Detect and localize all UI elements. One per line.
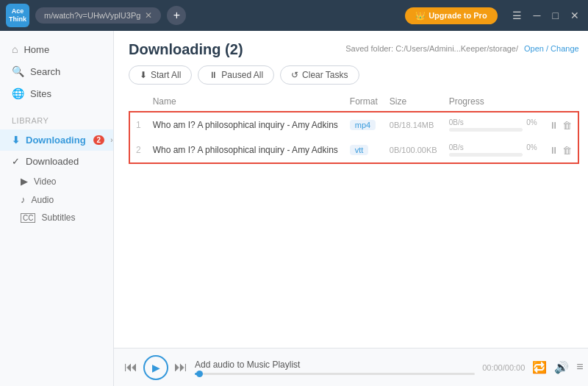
title-bar: AceThink m/watch?v=UHwVyplU3Pg ✕ + 👑 Upg… (0, 0, 588, 31)
progress-bar-bg (449, 128, 523, 132)
sidebar: ⌂ Home 🔍 Search 🌐 Sites Library ⬇ Downlo… (0, 31, 114, 386)
task-progress: 0B/s 0% (443, 112, 543, 137)
crown-icon: 👑 (415, 11, 426, 21)
sidebar-item-home[interactable]: ⌂ Home (0, 38, 113, 60)
progress-bar-bg (449, 153, 523, 157)
close-tab-icon[interactable]: ✕ (145, 10, 152, 21)
pause-task-icon[interactable]: ⏸ (549, 145, 559, 156)
col-progress: Progress (443, 92, 543, 112)
sidebar-item-subtitles[interactable]: CC Subtitles (0, 209, 113, 226)
prev-button[interactable]: ⏮ (124, 360, 137, 375)
repeat-icon[interactable]: 🔁 (532, 360, 547, 374)
row-number: 1 (129, 112, 147, 137)
download-icon: ⬇ (12, 135, 20, 146)
tasks-table-container: Name Format Size Progress 1 Who am I? A … (114, 92, 588, 348)
app-logo-text: AceThink (9, 7, 26, 24)
play-button[interactable]: ▶ (143, 355, 168, 380)
sidebar-item-downloading[interactable]: ⬇ Downloading 2 › (0, 129, 113, 151)
pause-icon: ⏸ (209, 70, 218, 80)
time-display: 00:00/00:00 (482, 363, 525, 372)
task-format: mp4 (344, 112, 384, 137)
minimize-icon[interactable]: ─ (531, 8, 544, 23)
task-name: Who am I? A philosophical inquiry - Amy … (147, 112, 344, 137)
media-controls: ⏮ ▶ ⏭ (124, 355, 187, 380)
row-number: 2 (129, 137, 147, 163)
track-name: Add audio to Music Playlist (195, 360, 475, 370)
playlist-icon[interactable]: ≡ (576, 360, 583, 374)
home-icon: ⌂ (12, 43, 18, 55)
search-icon: 🔍 (12, 65, 24, 77)
sidebar-nav: ⌂ Home 🔍 Search 🌐 Sites (0, 38, 113, 112)
app-body: ⌂ Home 🔍 Search 🌐 Sites Library ⬇ Downlo… (0, 31, 588, 386)
task-actions: ⏸ 🗑 (543, 112, 578, 137)
tab-url: m/watch?v=UHwVyplU3Pg (44, 11, 140, 20)
active-tab[interactable]: m/watch?v=UHwVyplU3Pg ✕ (35, 7, 161, 24)
audio-icon: ♪ (21, 194, 26, 205)
start-all-button[interactable]: ⬇ Start All (129, 65, 192, 85)
table-row: 2 Who am I? A philosophical inquiry - Am… (129, 137, 578, 163)
task-actions: ⏸ 🗑 (543, 137, 578, 163)
sidebar-item-video[interactable]: ▶ Video (0, 172, 113, 190)
media-extra-controls: 🔁 🔊 ≡ (532, 360, 583, 374)
clear-icon: ↺ (291, 70, 298, 80)
task-size: 0B/100.00KB (384, 137, 443, 163)
table-row: 1 Who am I? A philosophical inquiry - Am… (129, 112, 578, 137)
downloading-badge: 2 (93, 135, 105, 145)
task-percent: 0% (526, 143, 537, 151)
task-name: Who am I? A philosophical inquiry - Amy … (147, 137, 344, 163)
video-icon: ▶ (21, 176, 28, 187)
subtitles-icon: CC (21, 213, 35, 223)
library-section-label: Library (0, 112, 113, 129)
next-button[interactable]: ⏭ (174, 360, 187, 375)
start-all-icon: ⬇ (140, 70, 147, 80)
task-speed: 0B/s (449, 118, 464, 126)
col-name: Name (147, 92, 344, 112)
tasks-table: Name Format Size Progress 1 Who am I? A … (129, 92, 579, 164)
sidebar-item-search[interactable]: 🔍 Search (0, 60, 113, 82)
volume-icon[interactable]: 🔊 (554, 360, 569, 374)
col-size: Size (384, 92, 443, 112)
task-progress: 0B/s 0% (443, 137, 543, 163)
upgrade-button[interactable]: 👑 Upgrade to Pro (405, 7, 497, 24)
action-bar: ⬇ Start All ⏸ Paused All ↺ Clear Tasks (114, 58, 588, 92)
track-progress-bar[interactable] (195, 373, 475, 375)
sites-icon: 🌐 (12, 87, 24, 99)
task-size: 0B/18.14MB (384, 112, 443, 137)
open-change-link[interactable]: Open / Change (524, 44, 579, 53)
clear-tasks-button[interactable]: ↺ Clear Tasks (280, 65, 359, 85)
content-header: Downloading (2) Saved folder: C:/Users/A… (114, 31, 588, 58)
chevron-right-icon: › (110, 136, 112, 144)
app-logo: AceThink (6, 4, 29, 27)
delete-task-icon[interactable]: 🗑 (562, 120, 572, 131)
window-controls: ☰ ─ □ ✕ (509, 8, 582, 23)
bottom-bar: ⏮ ▶ ⏭ Add audio to Music Playlist 00:00/… (114, 348, 588, 386)
main-content: Downloading (2) Saved folder: C:/Users/A… (114, 31, 588, 386)
col-actions (543, 92, 578, 112)
track-info: Add audio to Music Playlist (195, 360, 475, 375)
track-position-dot (196, 371, 203, 377)
delete-task-icon[interactable]: 🗑 (562, 145, 572, 156)
sidebar-item-downloaded[interactable]: ✓ Downloaded (0, 151, 113, 172)
menu-icon[interactable]: ☰ (509, 8, 525, 23)
task-percent: 0% (526, 118, 537, 126)
col-num (129, 92, 147, 112)
close-window-icon[interactable]: ✕ (567, 8, 582, 23)
pause-task-icon[interactable]: ⏸ (549, 120, 559, 131)
maximize-icon[interactable]: □ (550, 8, 562, 23)
page-title: Downloading (2) (129, 41, 243, 58)
paused-all-button[interactable]: ⏸ Paused All (198, 65, 274, 85)
sidebar-item-sites[interactable]: 🌐 Sites (0, 82, 113, 104)
folder-info: Saved folder: C:/Users/Admini...Keeper/s… (345, 44, 518, 53)
downloaded-icon: ✓ (12, 156, 20, 167)
col-format: Format (344, 92, 384, 112)
add-tab-button[interactable]: + (167, 6, 186, 25)
task-format: vtt (344, 137, 384, 163)
sidebar-item-audio[interactable]: ♪ Audio (0, 190, 113, 209)
task-speed: 0B/s (449, 143, 464, 151)
